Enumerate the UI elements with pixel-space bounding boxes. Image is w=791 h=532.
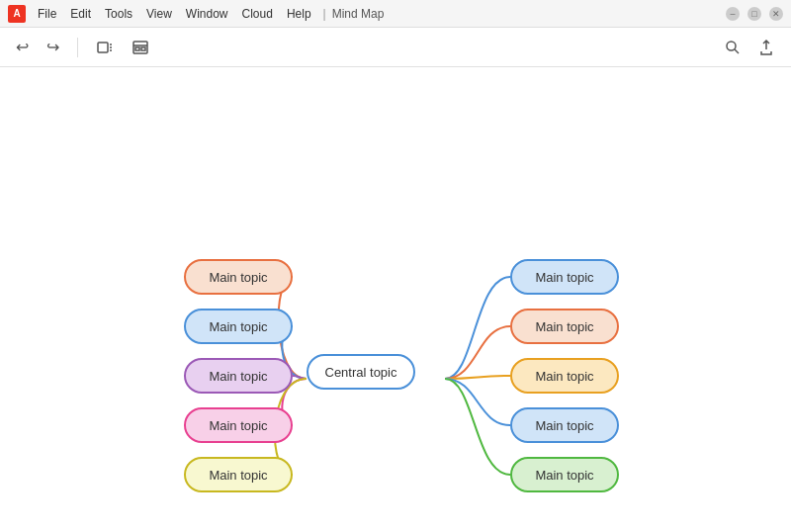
frame-button[interactable] — [92, 35, 118, 60]
left-topic-3[interactable]: Main topic — [184, 358, 293, 394]
minimize-button[interactable]: – — [726, 7, 740, 21]
svg-rect-0 — [98, 43, 108, 52]
close-button[interactable]: ✕ — [769, 7, 783, 21]
svg-rect-2 — [135, 47, 139, 50]
right-topic-3[interactable]: Main topic — [510, 358, 619, 394]
right-topic-5[interactable]: Main topic — [510, 457, 619, 492]
right-topic-4[interactable]: Main topic — [510, 407, 619, 443]
search-button[interactable] — [720, 35, 746, 60]
left-topic-5[interactable]: Main topic — [184, 457, 293, 492]
toolbar: ↩ ↪ — [0, 28, 791, 67]
toolbar-right — [720, 35, 779, 60]
right-topic-1[interactable]: Main topic — [510, 259, 619, 295]
app-icon: A — [8, 5, 26, 23]
left-topic-4[interactable]: Main topic — [184, 407, 293, 443]
export-button[interactable] — [753, 35, 779, 60]
menu-view[interactable]: View — [140, 5, 178, 23]
menu-separator: | — [323, 7, 326, 21]
menu-bar: File Edit Tools View Window Cloud Help |… — [32, 5, 384, 23]
embed-button[interactable] — [128, 35, 153, 60]
svg-rect-3 — [141, 47, 145, 50]
mindmap-canvas: Central topic Main topic Main topic Main… — [0, 67, 791, 532]
central-topic[interactable]: Central topic — [307, 354, 415, 390]
menu-file[interactable]: File — [32, 5, 62, 23]
title-bar-left: A File Edit Tools View Window Cloud Help… — [8, 5, 384, 23]
menu-window[interactable]: Window — [180, 5, 234, 23]
window-controls: – □ ✕ — [726, 7, 783, 21]
connections-svg — [0, 67, 791, 532]
menu-cloud[interactable]: Cloud — [236, 5, 279, 23]
svg-point-4 — [727, 42, 736, 50]
left-topic-1[interactable]: Main topic — [184, 259, 293, 295]
menu-edit[interactable]: Edit — [64, 5, 97, 23]
right-topic-2[interactable]: Main topic — [510, 309, 619, 344]
title-bar: A File Edit Tools View Window Cloud Help… — [0, 0, 791, 28]
maximize-button[interactable]: □ — [747, 7, 761, 21]
undo-button[interactable]: ↩ — [12, 34, 33, 60]
left-topic-2[interactable]: Main topic — [184, 309, 293, 344]
redo-button[interactable]: ↪ — [43, 34, 63, 60]
toolbar-separator-1 — [77, 38, 78, 57]
menu-help[interactable]: Help — [281, 5, 317, 23]
app-mode: Mind Map — [332, 7, 385, 21]
menu-tools[interactable]: Tools — [99, 5, 138, 23]
